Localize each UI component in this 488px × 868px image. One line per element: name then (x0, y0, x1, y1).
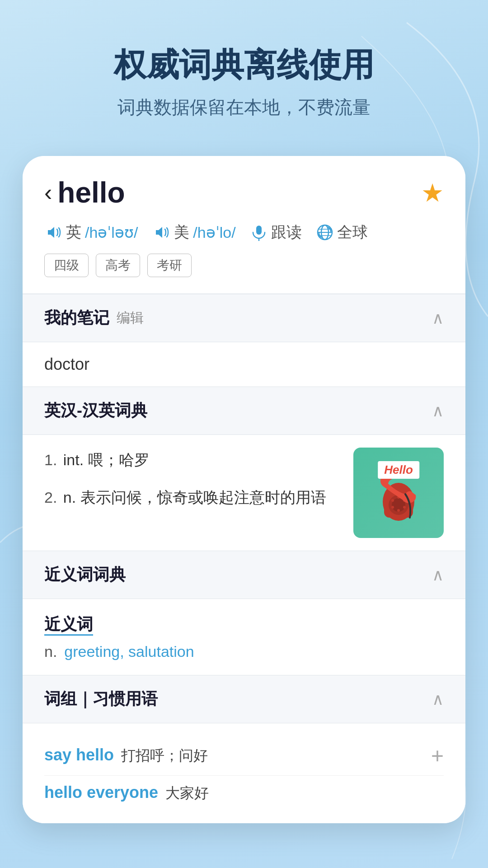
back-button[interactable]: ‹ (44, 181, 52, 204)
phrase-word-1: say hello (44, 745, 114, 764)
uk-speaker-icon (44, 223, 62, 241)
us-ipa: /həˈlo/ (193, 223, 235, 241)
uk-phonetic-button[interactable]: 英 /həˈləʊ/ (44, 222, 138, 243)
dictionary-image: Hello (353, 448, 444, 538)
phrase-word-2: hello everyone (44, 783, 158, 802)
entry-def-2: 表示问候，惊奇或唤起注意时的用语 (80, 489, 326, 506)
entry-num-1: 1. (44, 451, 57, 468)
word-title-left: ‹ hello (44, 176, 125, 209)
dict-entry-1: 1. int. 喂；哈罗 (44, 448, 343, 472)
phrase-meaning-2: 大家好 (165, 783, 209, 803)
dict-section-left: 英汉-汉英词典 (44, 400, 147, 422)
notes-chevron-icon: ∧ (432, 309, 444, 328)
phrase-meaning-1: 打招呼；问好 (121, 746, 208, 766)
main-card: ‹ hello ★ 英 /həˈləʊ/ (23, 156, 465, 823)
word-title-row: ‹ hello ★ (44, 176, 444, 209)
synonym-title: 近义词 (44, 615, 93, 636)
tag-cet4: 四级 (44, 254, 89, 277)
svg-point-14 (391, 499, 394, 502)
notes-section-left: 我的笔记 编辑 (44, 307, 144, 329)
entry-pos-1: int. (63, 451, 88, 468)
phrase-add-button-1[interactable]: + (431, 743, 444, 768)
mic-icon (250, 224, 267, 241)
phrases-chevron-icon: ∧ (432, 690, 444, 709)
phrases-content: say hello 打招呼；问好 + hello everyone 大家好 (23, 723, 465, 823)
uk-label: 英 (66, 222, 81, 243)
hello-image-label: Hello (378, 461, 419, 479)
dictionary-section-header[interactable]: 英汉-汉英词典 ∧ (23, 387, 465, 434)
entry-def-1: 喂；哈罗 (88, 451, 150, 468)
header-title: 权威词典离线使用 (27, 45, 461, 84)
svg-point-12 (397, 509, 400, 512)
follow-read-label: 跟读 (271, 222, 302, 243)
phrases-section-header[interactable]: 词组｜习惯用语 ∧ (23, 675, 465, 723)
tag-kaoyan: 考研 (147, 254, 192, 277)
entry-pos-2: n. (63, 489, 80, 506)
phrases-section-title: 词组｜习惯用语 (44, 688, 158, 710)
phonetics-row: 英 /həˈləʊ/ 美 /həˈlo/ 跟读 (44, 222, 444, 243)
us-label: 美 (174, 222, 189, 243)
svg-rect-0 (256, 226, 262, 235)
dict-chevron-icon: ∧ (432, 401, 444, 420)
dict-text-column: 1. int. 喂；哈罗 2. n. 表示问候，惊奇或唤起注意时的用语 (44, 448, 343, 538)
header-subtitle: 词典数据保留在本地，不费流量 (27, 95, 461, 120)
us-phonetic-button[interactable]: 美 /həˈlo/ (152, 222, 235, 243)
notes-content: doctor (23, 342, 465, 387)
synonym-words: greeting, salutation (64, 643, 194, 660)
us-speaker-icon (152, 223, 170, 241)
notes-section-header[interactable]: 我的笔记 编辑 ∧ (23, 294, 465, 342)
word-display: hello (57, 176, 125, 209)
synonyms-section-header[interactable]: 近义词词典 ∧ (23, 551, 465, 599)
phrase-left-1: say hello 打招呼；问好 (44, 745, 208, 766)
dict-entry-2: 2. n. 表示问候，惊奇或唤起注意时的用语 (44, 485, 343, 509)
synonym-row: n. greeting, salutation (44, 643, 444, 660)
tags-row: 四级 高考 考研 (44, 254, 444, 277)
phrase-left-2: hello everyone 大家好 (44, 783, 209, 803)
notes-text: doctor (44, 355, 89, 373)
favorite-star-icon[interactable]: ★ (421, 178, 444, 208)
notes-section-title: 我的笔记 (44, 307, 109, 329)
global-label: 全球 (337, 222, 368, 243)
dictionary-content: 1. int. 喂；哈罗 2. n. 表示问候，惊奇或唤起注意时的用语 Hell… (23, 434, 465, 551)
dict-section-title: 英汉-汉英词典 (44, 400, 147, 422)
global-button[interactable]: 全球 (316, 222, 368, 243)
synonyms-chevron-icon: ∧ (432, 566, 444, 585)
uk-ipa: /həˈləʊ/ (85, 223, 138, 241)
notes-edit-button[interactable]: 编辑 (117, 309, 144, 327)
phrase-item-1: say hello 打招呼；问好 + (44, 736, 444, 776)
phrase-item-2: hello everyone 大家好 (44, 776, 444, 811)
synonyms-section-left: 近义词词典 (44, 564, 126, 586)
header-section: 权威词典离线使用 词典数据保留在本地，不费流量 (0, 0, 488, 147)
synonym-pos: n. (44, 643, 57, 660)
svg-point-13 (391, 506, 394, 509)
follow-read-button[interactable]: 跟读 (250, 222, 302, 243)
svg-point-11 (403, 506, 406, 509)
globe-icon (316, 224, 333, 241)
synonyms-section-title: 近义词词典 (44, 564, 126, 586)
phrases-section-left: 词组｜习惯用语 (44, 688, 158, 710)
synonyms-content: 近义词 n. greeting, salutation (23, 599, 465, 675)
synonym-title-row: 近义词 (44, 613, 444, 636)
tag-gaokao: 高考 (96, 254, 140, 277)
word-header: ‹ hello ★ 英 /həˈləʊ/ (23, 156, 465, 294)
entry-num-2: 2. (44, 489, 57, 506)
